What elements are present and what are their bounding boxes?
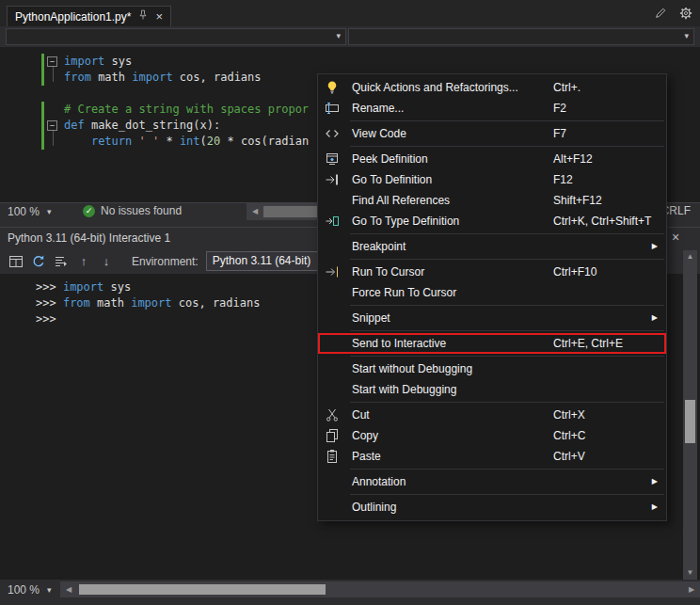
zoom-value: 100 % [8, 205, 40, 218]
interactive-vertical-scrollbar[interactable]: ▲ ▼ [683, 250, 697, 580]
zoom-selector[interactable]: 100 %▾ [8, 204, 52, 219]
menu-item-shortcut: Alt+F12 [553, 149, 593, 169]
menu-item-label: Cut [352, 408, 370, 422]
scroll-left-icon[interactable]: ◀ [248, 203, 262, 220]
cut-icon [325, 407, 340, 422]
fold-collapse-box[interactable]: − [47, 56, 57, 67]
menu-separator [350, 305, 664, 306]
menu-item-copy[interactable]: CopyCtrl+C [318, 425, 666, 446]
menu-separator [350, 469, 664, 470]
menu-item-label: Peek Definition [352, 152, 428, 166]
menu-item-label: Rename... [352, 102, 404, 115]
menu-item-label: Paste [352, 450, 381, 463]
menu-item-label: Start without Debugging [352, 362, 472, 375]
scrollbar-thumb[interactable] [685, 400, 695, 443]
menu-separator [350, 120, 664, 121]
menu-item-label: Copy [352, 429, 378, 442]
code-line: # Create a string with spaces propor [45, 102, 309, 118]
view-code-icon [325, 126, 340, 141]
history-next-icon[interactable]: ↓ [98, 253, 115, 270]
menu-icon-placeholder [325, 310, 340, 326]
menu-item-start-without-debugging[interactable]: Start without Debugging [318, 358, 666, 379]
menu-item-quick-actions-and-refactorings[interactable]: Quick Actions and Refactorings...Ctrl+. [318, 77, 666, 98]
menu-item-rename[interactable]: Rename...F2 [318, 98, 666, 119]
code-line: −def make_dot_string(x): [45, 118, 309, 134]
titlebar-icons [654, 7, 692, 20]
code-line: >>> from math import cos, radians [36, 295, 260, 311]
scrollbar-thumb[interactable] [79, 584, 326, 595]
code-line [45, 86, 309, 102]
submenu-arrow-icon: ▶ [652, 236, 658, 257]
menu-item-label: Outlining [352, 501, 396, 514]
menu-separator [350, 146, 664, 147]
menu-item-label: Snippet [352, 311, 390, 325]
menu-icon-placeholder [325, 474, 340, 489]
menu-item-peek-definition[interactable]: Peek DefinitionAlt+F12 [318, 149, 666, 169]
clear-screen-icon[interactable] [53, 253, 70, 270]
menu-item-label: Start with Debugging [352, 383, 456, 396]
menu-item-send-to-interactive[interactable]: Send to InteractiveCtrl+E, Ctrl+E [318, 333, 666, 354]
interactive-lines: >>> import sys>>> from math import cos, … [36, 279, 260, 327]
menu-item-go-to-definition[interactable]: Go To DefinitionF12 [318, 169, 666, 190]
nav-member-dropdown[interactable]: ▾ [348, 28, 694, 45]
zoom-selector[interactable]: 100 %▾ [8, 582, 52, 597]
gear-icon[interactable] [679, 7, 692, 20]
menu-item-run-to-cursor[interactable]: Run To CursorCtrl+F10 [318, 262, 666, 282]
menu-item-shortcut: Ctrl+K, Ctrl+Shift+T [553, 211, 651, 231]
pin-icon[interactable] [137, 9, 149, 24]
menu-item-label: Quick Actions and Refactorings... [352, 81, 518, 94]
reset-icon[interactable] [30, 253, 47, 270]
menu-item-label: Run To Cursor [352, 265, 424, 279]
tab-close-icon[interactable]: × [155, 10, 163, 23]
menu-item-view-code[interactable]: View CodeF7 [318, 123, 666, 144]
menu-item-label: Force Run To Cursor [352, 286, 456, 299]
menu-separator [350, 356, 664, 357]
menu-item-shortcut: Ctrl+V [553, 446, 585, 467]
document-tab-bar: PythonApplication1.py* × [0, 0, 700, 26]
interactive-horizontal-scrollbar[interactable]: ◀ ▶ [60, 581, 700, 597]
fold-collapse-box[interactable]: − [47, 120, 57, 131]
history-prev-icon[interactable]: ↑ [75, 253, 92, 270]
tab-pythonapplication1[interactable]: PythonApplication1.py* × [7, 6, 171, 26]
submenu-arrow-icon: ▶ [652, 497, 658, 517]
submenu-arrow-icon: ▶ [652, 308, 658, 328]
menu-separator [350, 233, 664, 234]
code-line: −import sys [45, 54, 309, 70]
chevron-down-icon: ▾ [336, 31, 341, 40]
menu-item-breakpoint[interactable]: Breakpoint▶ [318, 236, 666, 257]
menu-item-shortcut: Ctrl+E, Ctrl+E [553, 333, 623, 354]
scroll-left-icon[interactable]: ◀ [62, 581, 75, 597]
scroll-up-icon[interactable]: ▲ [683, 250, 697, 263]
change-tracking-bar [41, 54, 44, 86]
menu-item-paste[interactable]: PasteCtrl+V [318, 446, 666, 467]
menu-item-force-run-to-cursor[interactable]: Force Run To Cursor [318, 282, 666, 303]
chevron-down-icon: ▾ [684, 31, 689, 40]
menu-icon-placeholder [325, 336, 340, 351]
interactive-window-icon[interactable] [8, 253, 24, 270]
submenu-arrow-icon: ▶ [652, 471, 658, 492]
menu-item-outlining[interactable]: Outlining▶ [318, 497, 666, 517]
fold-gutter: − [45, 54, 64, 70]
menu-item-snippet[interactable]: Snippet▶ [318, 308, 666, 328]
chevron-down-icon: ▾ [47, 207, 52, 216]
menu-item-annotation[interactable]: Annotation▶ [318, 471, 666, 492]
menu-icon-placeholder [325, 193, 340, 208]
chevron-down-icon: ▾ [47, 585, 52, 595]
menu-item-find-all-references[interactable]: Find All ReferencesShift+F12 [318, 190, 666, 211]
menu-item-go-to-type-definition[interactable]: Go To Type DefinitionCtrl+K, Ctrl+Shift+… [318, 211, 666, 231]
menu-item-shortcut: F12 [553, 169, 573, 190]
scroll-down-icon[interactable]: ▼ [683, 566, 697, 580]
panel-close-icon[interactable]: × [672, 230, 679, 245]
menu-item-shortcut: Ctrl+C [553, 425, 585, 446]
menu-item-label: Annotation [352, 475, 406, 488]
nav-scope-dropdown[interactable]: ▾ [6, 28, 346, 45]
scroll-right-icon[interactable]: ▶ [685, 581, 698, 597]
feedback-icon[interactable] [654, 7, 667, 20]
menu-item-shortcut: Shift+F12 [553, 190, 602, 211]
menu-item-cut[interactable]: CutCtrl+X [318, 405, 666, 425]
rename-icon [325, 101, 340, 116]
run-to-cursor-icon [325, 264, 340, 279]
menu-item-start-with-debugging[interactable]: Start with Debugging [318, 379, 666, 400]
context-menu-items: Quick Actions and Refactorings...Ctrl+.R… [318, 77, 666, 517]
menu-item-shortcut: Ctrl+F10 [553, 262, 597, 282]
